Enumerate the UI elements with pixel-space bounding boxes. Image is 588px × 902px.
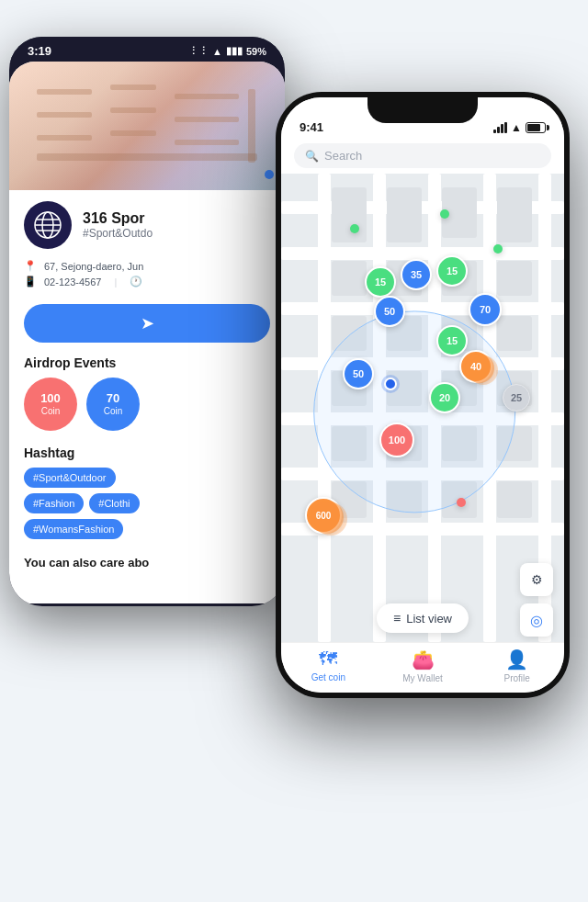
battery-icon <box>526 122 546 133</box>
hashtag-sport[interactable]: #Sport&Outdoor <box>24 468 116 488</box>
radar-circle <box>313 310 515 513</box>
search-placeholder: Search <box>324 149 362 163</box>
store-name: 316 Spor <box>83 210 153 227</box>
filter-button[interactable]: ⚙ <box>520 563 553 596</box>
get-coin-label: Get coin <box>311 672 345 682</box>
store-profile: 316 Spor #Sport&Outdo <box>9 190 285 256</box>
map-pin-35[interactable]: 35 <box>401 259 432 290</box>
map-pin-20[interactable]: 20 <box>429 382 460 413</box>
care-text: You can also care abo <box>9 552 285 573</box>
my-wallet-icon: 👛 <box>412 648 435 671</box>
get-coin-icon: 🗺 <box>319 648 337 670</box>
map-dot-4[interactable] <box>457 498 466 507</box>
coin-label-100: Coin <box>41 406 61 416</box>
coin-amount-70: 70 <box>107 392 119 405</box>
iphone-inner: 9:41 ▲ 🔍 Search <box>281 97 564 693</box>
android-phone: 3:19 ⋮⋮ ▲ ▮▮▮ 59% <box>9 37 285 606</box>
filter-icon: ⚙ <box>531 572 543 587</box>
globe-icon <box>33 210 62 240</box>
map-pin-15-2[interactable]: 15 <box>436 255 468 287</box>
location-icon: 📍 <box>24 260 37 272</box>
phone-row: 📱 02-123-4567 | 🕐 <box>24 276 270 288</box>
store-address: 67, Sejong-daero, Jun <box>44 261 143 272</box>
map-pin-50-left[interactable]: 50 <box>343 358 374 389</box>
iphone: 9:41 ▲ 🔍 Search <box>276 92 570 698</box>
map-pin-600[interactable]: 600 <box>305 497 342 534</box>
search-icon: 🔍 <box>305 150 319 163</box>
location-icon: ◎ <box>530 612 543 629</box>
hashtag-row-1: #Sport&Outdoor <box>24 468 270 488</box>
my-wallet-label: My Wallet <box>402 673 443 683</box>
signal-icon: ▮▮▮ <box>226 45 243 57</box>
navigate-button[interactable]: ➤ <box>24 304 270 343</box>
hashtag-section-title: Hashtag <box>24 442 270 468</box>
iphone-status-icons: ▲ <box>493 121 546 134</box>
store-phone: 02-123-4567 <box>44 276 101 288</box>
map-pin-15-3[interactable]: 15 <box>436 325 468 356</box>
iphone-tabbar: 🗺 Get coin 👛 My Wallet 👤 Profile <box>281 642 564 693</box>
map-pin-50-top[interactable]: 50 <box>374 296 405 327</box>
android-status-bar: 3:19 ⋮⋮ ▲ ▮▮▮ 59% <box>9 37 285 62</box>
map-pin-70[interactable]: 70 <box>469 293 502 326</box>
hashtag-row-3: #WomansFashion <box>24 519 270 539</box>
iphone-notch <box>368 97 478 123</box>
location-button[interactable]: ◎ <box>520 603 553 637</box>
profile-icon: 👤 <box>505 648 528 671</box>
hashtag-fashion[interactable]: #Fashion <box>24 493 84 513</box>
map-area: 15 35 15 50 70 15 50 40 20 100 25 600 ⚙ … <box>281 174 564 642</box>
coin-label-70: Coin <box>104 406 123 416</box>
profile-label: Profile <box>504 673 530 683</box>
hashtag-section: Hashtag #Sport&Outdoor #Fashion #Clothi … <box>9 440 285 552</box>
coin-badge-70[interactable]: 70 Coin <box>86 378 140 431</box>
store-details: 📍 67, Sejong-daero, Jun 📱 02-123-4567 | … <box>9 256 285 299</box>
address-row: 📍 67, Sejong-daero, Jun <box>24 260 270 272</box>
list-view-label: List view <box>406 612 452 626</box>
clock-icon: 🕐 <box>130 276 142 288</box>
iphone-time: 9:41 <box>300 120 323 134</box>
coin-row: 100 Coin 70 Coin <box>9 378 285 440</box>
map-pin-15-1[interactable]: 15 <box>365 266 396 298</box>
hashtag-clothing[interactable]: #Clothi <box>89 493 139 513</box>
android-status-icons: ⋮⋮ ▲ ▮▮▮ 59% <box>188 45 266 57</box>
iphone-notch-area: 9:41 ▲ <box>281 97 564 138</box>
list-view-button[interactable]: ≡ List view <box>377 603 469 633</box>
battery-label: 59% <box>246 46 266 57</box>
signal-bars <box>493 122 507 133</box>
store-info: 316 Spor #Sport&Outdo <box>83 210 153 240</box>
current-location-dot <box>384 378 397 390</box>
search-bar[interactable]: 🔍 Search <box>294 143 551 168</box>
map-pin-25[interactable]: 25 <box>503 384 530 412</box>
wifi-icon: ▲ <box>212 46 222 57</box>
coin-amount-100: 100 <box>40 392 61 405</box>
bluetooth-icon: ⋮⋮ <box>188 45 209 57</box>
tab-get-coin[interactable]: 🗺 Get coin <box>281 648 376 683</box>
store-image <box>9 62 285 190</box>
store-hashtag: #Sport&Outdo <box>83 227 153 240</box>
navigate-arrow-icon: ➤ <box>141 313 154 333</box>
map-pin-40[interactable]: 40 <box>459 350 492 383</box>
tab-my-wallet[interactable]: 👛 My Wallet <box>376 648 470 683</box>
coin-badge-100[interactable]: 100 Coin <box>24 378 77 431</box>
android-content: 316 Spor #Sport&Outdo 📍 67, Sejong-daero… <box>9 62 285 603</box>
phone-icon: 📱 <box>24 276 37 288</box>
hashtag-womans[interactable]: #WomansFashion <box>24 519 123 539</box>
map-dot-3[interactable] <box>493 244 503 254</box>
tab-profile[interactable]: 👤 Profile <box>469 648 564 683</box>
map-dot-1[interactable] <box>350 224 359 233</box>
hashtag-row-2: #Fashion #Clothi <box>24 493 270 513</box>
wifi-icon: ▲ <box>511 121 522 134</box>
airdrop-section-title: Airdrop Events <box>9 352 285 378</box>
store-avatar <box>24 201 72 249</box>
android-time: 3:19 <box>28 44 51 58</box>
image-dot <box>265 170 274 179</box>
search-bar-container: 🔍 Search <box>281 138 564 174</box>
map-pin-100[interactable]: 100 <box>379 423 414 457</box>
map-dot-2[interactable] <box>440 209 449 219</box>
list-icon: ≡ <box>393 611 401 626</box>
